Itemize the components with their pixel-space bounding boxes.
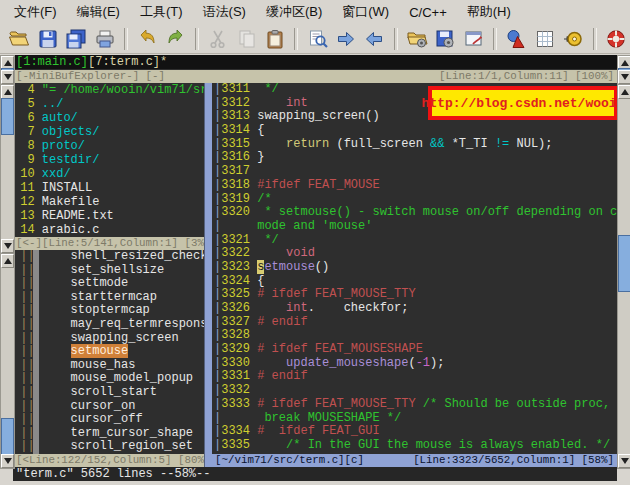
shell-button[interactable] [531, 25, 559, 53]
file-list-item[interactable]: 12 Makefile [13, 195, 204, 209]
file-list-item[interactable]: 8 proto/ [13, 139, 204, 153]
scroll-down-arrow[interactable] [1, 70, 14, 84]
run-script-button[interactable] [460, 25, 488, 53]
menu-syntax[interactable]: 语法(S) [193, 0, 256, 25]
minibufexplorer-statusline: [-MiniBufExplorer-] [-] [Line:1/1,Column… [13, 70, 617, 83]
fold-column: || [13, 358, 71, 372]
taglist-item[interactable]: || stoptermcap [13, 304, 204, 318]
scrollbar-taglist[interactable] [0, 253, 15, 469]
code-line: |3333 # ifdef FEAT_MOUSE_TTY /* Should b… [214, 398, 617, 412]
file-list-item[interactable]: 11 INSTALL [13, 181, 204, 195]
code-text: != [495, 137, 509, 151]
menu-window[interactable]: 窗口(W) [332, 0, 399, 25]
file-list-item[interactable]: 10 xxd/ [13, 167, 204, 181]
taglist-item[interactable]: || shell_resized_check [13, 250, 204, 264]
taglist-pane[interactable]: || shell_resized_check || set_shellsize … [13, 250, 204, 454]
code-line: |3322 void [214, 247, 617, 261]
scroll-down-arrow[interactable] [1, 454, 14, 468]
taglist-item[interactable]: || mouse_model_popup [13, 372, 204, 386]
scrollbar-code[interactable] [617, 84, 630, 469]
taglist-item[interactable]: || may_req_termresponse [13, 318, 204, 332]
scrollbar-thumb[interactable] [618, 235, 630, 292]
command-line[interactable]: "term.c" 5652 lines --58%-- [13, 467, 617, 481]
menu-cpp[interactable]: C/C++ [399, 2, 457, 24]
code-text: * setmouse() - switch mouse on/off depen… [257, 205, 617, 219]
scrollbar-mbe-left[interactable] [0, 55, 15, 85]
scrollbar-thumb[interactable] [1, 418, 14, 455]
print-button[interactable] [90, 25, 118, 53]
taglist-item[interactable]: || cursor_on [13, 400, 204, 414]
mbe-buffer-tab[interactable]: [7:term.c]* [88, 55, 167, 69]
taglist-item[interactable]: || swapping_screen [13, 332, 204, 346]
code-text: swapping_screen() [257, 109, 379, 123]
mbe-buffer-tab[interactable]: [1:main.c] [16, 55, 88, 69]
taglist-item[interactable]: || scroll_start [13, 386, 204, 400]
find-next-button[interactable] [332, 25, 360, 53]
code-pane[interactable]: |3311 */|3312 int|3313 swapping_screen()… [212, 83, 617, 454]
toolbar-separator [593, 28, 597, 50]
file-list-item[interactable]: 7 objects/ [13, 125, 204, 139]
file-list-item[interactable]: 13 README.txt [13, 209, 204, 223]
paste-button[interactable] [261, 25, 289, 53]
scroll-down-arrow[interactable] [618, 454, 630, 468]
menu-file[interactable]: 文件(F) [4, 0, 67, 25]
minibufexplorer-bufferline[interactable]: [1:main.c][7:term.c]* [13, 55, 617, 69]
scrollbar-thumb[interactable] [1, 98, 14, 135]
make-button[interactable] [502, 25, 530, 53]
taglist-item[interactable]: || starttermcap [13, 291, 204, 305]
taglist-item[interactable]: || cursor_off [13, 413, 204, 427]
active-status-position: [Line:3323/5652,Column:1] [58%] [413, 454, 614, 467]
line-number: 3312 [221, 96, 257, 110]
menu-tools[interactable]: 工具(T) [130, 0, 193, 25]
scrollbar-file-explorer[interactable] [0, 84, 15, 254]
line-number: 3328 [221, 328, 257, 342]
scroll-up-arrow[interactable] [1, 254, 14, 268]
taglist-item[interactable]: || scroll_region_set [13, 440, 204, 454]
ctags-icon [562, 28, 584, 50]
line-number: 4 [13, 83, 42, 97]
taglist-item[interactable]: || set_shellsize [13, 264, 204, 278]
file-list-item[interactable]: 9 testdir/ [13, 153, 204, 167]
code-text: # endif [257, 369, 307, 383]
save-button[interactable] [33, 25, 61, 53]
cut-button[interactable] [204, 25, 232, 53]
menu-edit[interactable]: 编辑(E) [67, 0, 130, 25]
line-number: 10 [13, 167, 42, 181]
save-session-button[interactable] [431, 25, 459, 53]
tag-name: mouse_has [71, 358, 136, 372]
load-session-button[interactable] [403, 25, 431, 53]
file-explorer-pane[interactable]: 4 "= /home/wooin/vim71/src/ 5 ../ 6 auto… [13, 83, 204, 237]
scroll-up-arrow[interactable] [1, 85, 14, 99]
save-all-button[interactable] [62, 25, 90, 53]
open-button[interactable] [5, 25, 33, 53]
build-tags-button[interactable] [559, 25, 587, 53]
code-text: *T_TI [444, 137, 494, 151]
script-window-icon [463, 28, 485, 50]
taglist-item[interactable]: || settmode [13, 277, 204, 291]
scroll-down-arrow[interactable] [1, 239, 14, 253]
tag-name: cursor_on [71, 399, 136, 413]
scroll-up-arrow[interactable] [618, 85, 630, 99]
taglist-item[interactable]: || setmouse [13, 345, 204, 359]
line-number [221, 411, 257, 425]
menu-buffers[interactable]: 缓冲区(B) [256, 0, 332, 25]
taglist-item[interactable]: || term_cursor_shape [13, 427, 204, 441]
redo-button[interactable] [161, 25, 189, 53]
scroll-down-arrow[interactable] [618, 70, 630, 84]
file-list-item[interactable]: 14 arabic.c [13, 223, 204, 237]
arrow-left-icon [363, 28, 385, 50]
help-button[interactable] [602, 25, 630, 53]
vertical-split-separator[interactable] [204, 83, 212, 467]
file-list-item[interactable]: 4 "= /home/wooin/vim71/src/ [13, 83, 204, 97]
scrollbar-mbe-right[interactable] [617, 55, 630, 85]
file-list-item[interactable]: 6 auto/ [13, 111, 204, 125]
taglist-item[interactable]: || mouse_has [13, 359, 204, 373]
line-number: 3313 [221, 109, 257, 123]
tag-name: settmode [71, 276, 129, 290]
copy-button[interactable] [232, 25, 260, 53]
find-replace-button[interactable] [303, 25, 331, 53]
find-prev-button[interactable] [360, 25, 388, 53]
undo-button[interactable] [133, 25, 161, 53]
file-list-item[interactable]: 5 ../ [13, 97, 204, 111]
menu-help[interactable]: 帮助(H) [457, 0, 521, 25]
